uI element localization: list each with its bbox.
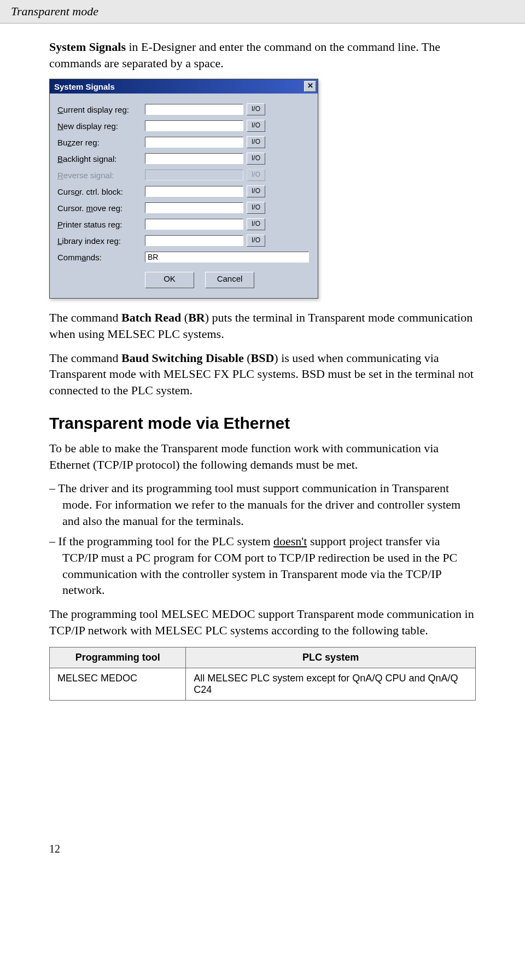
input-cursor-ctrl-block[interactable] [145, 186, 243, 197]
io-button[interactable]: I/O [247, 153, 265, 165]
paragraph-batch-read: The command Batch Read (BR) puts the ter… [49, 310, 476, 342]
io-button-disabled: I/O [247, 169, 265, 181]
dialog-title: System Signals [54, 82, 115, 91]
td-plc-system: All MELSEC PLC system except for QnA/Q C… [186, 668, 476, 701]
row-cursor-ctrl-block: Cursor. ctrl. block: I/O [57, 183, 310, 200]
ok-button[interactable]: OK [145, 272, 194, 288]
input-commands[interactable]: BR [145, 252, 309, 262]
label-buzzer-reg: Buzzer reg: [57, 138, 145, 147]
dialog-button-row: OK Cancel [145, 272, 310, 288]
close-icon[interactable]: ✕ [304, 81, 316, 92]
page-body: System Signals in E-Designer and enter t… [0, 39, 525, 877]
io-button[interactable]: I/O [247, 103, 265, 115]
heading-transparent-ethernet: Transparent mode via Ethernet [49, 414, 476, 433]
input-new-display-reg[interactable] [145, 120, 243, 131]
input-cursor-move-reg[interactable] [145, 202, 243, 213]
page-header: Transparent mode [0, 0, 525, 24]
th-programming-tool: Programming tool [50, 648, 186, 668]
row-reverse-signal: Reverse signal: I/O [57, 167, 310, 183]
th-plc-system: PLC system [186, 648, 476, 668]
io-button[interactable]: I/O [247, 136, 265, 148]
bullet-list: The driver and its programming tool must… [49, 480, 476, 598]
table-row: MELSEC MEDOC All MELSEC PLC system excep… [50, 668, 476, 701]
bullet-item-2: If the programming tool for the PLC syst… [49, 533, 476, 598]
dialog-body: Current display reg: I/O New display reg… [50, 94, 318, 298]
input-library-index-reg[interactable] [145, 235, 243, 246]
label-new-display-reg: New display reg: [57, 121, 145, 131]
io-button[interactable]: I/O [247, 218, 265, 230]
row-buzzer-reg: Buzzer reg: I/O [57, 134, 310, 150]
label-cursor-move-reg: Cursor. move reg: [57, 203, 145, 213]
io-button[interactable]: I/O [247, 202, 265, 214]
input-current-display-reg[interactable] [145, 104, 243, 115]
table-header-row: Programming tool PLC system [50, 648, 476, 668]
cancel-button[interactable]: Cancel [205, 272, 254, 288]
io-button[interactable]: I/O [247, 120, 265, 132]
label-commands: Commands: [57, 253, 145, 262]
system-signals-dialog: System Signals ✕ Current display reg: I/… [49, 79, 318, 299]
td-programming-tool: MELSEC MEDOC [50, 668, 186, 701]
paragraph-eth-intro: To be able to make the Transparent mode … [49, 440, 476, 472]
row-new-display-reg: New display reg: I/O [57, 118, 310, 134]
paragraph-medoc: The programming tool MELSEC MEDOC suppor… [49, 606, 476, 638]
paragraph-bsd: The command Baud Switching Disable (BSD)… [49, 350, 476, 399]
row-commands: Commands: BR [57, 249, 310, 265]
label-cursor-ctrl-block: Cursor. ctrl. block: [57, 187, 145, 196]
label-library-index-reg: Library index reg: [57, 236, 145, 246]
label-printer-status-reg: Printer status reg: [57, 220, 145, 229]
page-number: 12 [49, 843, 476, 855]
intro-paragraph: System Signals in E-Designer and enter t… [49, 39, 476, 71]
label-reverse-signal: Reverse signal: [57, 171, 145, 180]
row-backlight-signal: Backlight signal: I/O [57, 150, 310, 167]
label-current-display-reg: Current display reg: [57, 105, 145, 114]
row-printer-status-reg: Printer status reg: I/O [57, 216, 310, 232]
label-backlight-signal: Backlight signal: [57, 154, 145, 164]
input-backlight-signal[interactable] [145, 153, 243, 164]
intro-bold: System Signals [49, 40, 126, 54]
dialog-titlebar: System Signals ✕ [50, 79, 318, 94]
row-current-display-reg: Current display reg: I/O [57, 101, 310, 118]
io-button[interactable]: I/O [247, 185, 265, 197]
input-buzzer-reg[interactable] [145, 137, 243, 148]
programming-tool-table: Programming tool PLC system MELSEC MEDOC… [49, 647, 476, 701]
input-printer-status-reg[interactable] [145, 219, 243, 230]
input-reverse-signal [145, 170, 243, 180]
row-library-index-reg: Library index reg: I/O [57, 232, 310, 249]
row-cursor-move-reg: Cursor. move reg: I/O [57, 200, 310, 216]
bullet-item-1: The driver and its programming tool must… [49, 480, 476, 529]
io-button[interactable]: I/O [247, 235, 265, 247]
